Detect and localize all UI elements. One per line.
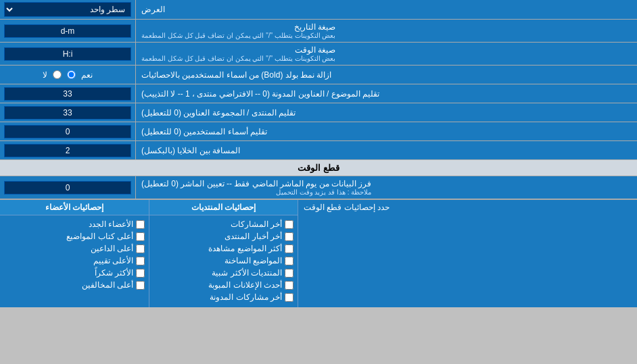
subject-trim-label: تقليم الموضوع / العناوين المدونة (0 -- ا… bbox=[135, 84, 637, 103]
checkbox-akhar-mosharakat[interactable] bbox=[285, 220, 293, 229]
checkbox-aala-daaeen[interactable] bbox=[136, 244, 145, 253]
cell-spacing-field[interactable] bbox=[4, 144, 131, 157]
subject-trim-field[interactable] bbox=[4, 87, 131, 101]
checkbox-mawadeeh-sakhena[interactable] bbox=[285, 257, 293, 265]
list-item: أكثر المواضيع مشاهدة bbox=[154, 242, 293, 255]
checkbox-aala-taqyeem[interactable] bbox=[136, 257, 145, 265]
cutoff-section-header: قطع الوقت bbox=[0, 160, 637, 176]
checkbox-ahdat-ilanat[interactable] bbox=[285, 281, 293, 290]
list-item: الأكثر شكراً bbox=[4, 267, 145, 279]
bold-radio-cell: نعم لا bbox=[0, 66, 135, 84]
subject-trim-input-cell bbox=[0, 84, 135, 103]
date-format-field[interactable] bbox=[4, 24, 131, 38]
checkbox-akhar-akhbar[interactable] bbox=[285, 232, 293, 241]
checkbox-akhar-mosharikat-mudawana[interactable] bbox=[285, 293, 293, 302]
checkbox-akthar-shukran[interactable] bbox=[136, 269, 145, 278]
checkbox-akthar-kutab[interactable] bbox=[136, 232, 145, 241]
forum-trim-input-cell bbox=[0, 103, 135, 122]
time-format-hint: بعض التكوينات يتطلب "/" التي يمكن ان تضا… bbox=[141, 55, 335, 62]
date-format-label: صيغة التاريخ بعض التكوينات يتطلب "/" الت… bbox=[135, 20, 637, 42]
username-trim-input-cell bbox=[0, 122, 135, 140]
list-item: أعلى الداعين bbox=[4, 242, 145, 255]
time-format-label: صيغة الوقت بعض التكوينات يتطلب "/" التي … bbox=[135, 43, 637, 65]
days-filter-label: فرز البيانات من يوم الماشر الماضي فقط --… bbox=[135, 176, 637, 199]
display-input[interactable]: سطر واحد سطرين bbox=[0, 0, 135, 19]
cell-spacing-label: المسافة بين الخلايا (بالبكسل) bbox=[135, 141, 637, 159]
checkbox-muntadiiyat-shabiya[interactable] bbox=[285, 269, 293, 278]
checkbox-akthar-moshahada[interactable] bbox=[285, 244, 293, 253]
bold-yes-label: نعم bbox=[81, 70, 93, 80]
forum-trim-label: تقليم المنتدى / المجموعة العناوين (0 للت… bbox=[135, 103, 637, 122]
cell-spacing-input-cell bbox=[0, 141, 135, 159]
checkbox-aada-jodod[interactable] bbox=[136, 220, 145, 229]
forum-trim-field[interactable] bbox=[4, 106, 131, 120]
checkbox-aala-mukhalifeen[interactable] bbox=[136, 281, 145, 290]
time-format-title: صيغة الوقت bbox=[141, 45, 335, 55]
date-format-input-cell bbox=[0, 20, 135, 42]
stats-col1-items: أخر المشاركات أخر أخبار المنتدى أكثر الم… bbox=[149, 215, 298, 306]
bold-no-radio[interactable] bbox=[53, 70, 62, 79]
list-item: المنتديات الأكثر شبية bbox=[154, 267, 293, 279]
stats-section-label: حدد إحصائيات قطع الوقت bbox=[298, 200, 637, 307]
bold-label: ازالة نمط بولد (Bold) من اسماء المستخدمي… bbox=[135, 66, 637, 84]
stats-col2-header: إحصائيات الأعضاء bbox=[0, 200, 149, 215]
days-filter-field[interactable] bbox=[4, 181, 131, 194]
time-format-input-cell bbox=[0, 43, 135, 65]
list-item: أخر مشاركات المدونة bbox=[154, 291, 293, 303]
list-item: أخر المشاركات bbox=[154, 218, 293, 230]
date-format-title: صيغة التاريخ bbox=[141, 22, 335, 32]
list-item: الأعلى تقييم bbox=[4, 255, 145, 267]
list-item: أخر أخبار المنتدى bbox=[154, 230, 293, 242]
days-filter-title: فرز البيانات من يوم الماشر الماضي فقط --… bbox=[141, 179, 371, 188]
list-item: الأعضاء الجدد bbox=[4, 218, 145, 230]
time-format-field[interactable] bbox=[4, 47, 131, 61]
list-item: أحدث الإعلانات المبوبة bbox=[154, 279, 293, 291]
display-select[interactable]: سطر واحد سطرين bbox=[4, 2, 131, 17]
days-filter-note: ملاحظة : هذا قد يزيد وقت التحميل bbox=[141, 188, 371, 196]
days-filter-input-cell bbox=[0, 176, 135, 199]
list-item: أعلى المخالفين bbox=[4, 279, 145, 291]
date-format-hint: بعض التكوينات يتطلب "/" التي يمكن ان تضا… bbox=[141, 32, 335, 39]
stats-col1-header: إحصائيات المنتديات bbox=[149, 200, 298, 215]
list-item: أعلى كتاب المواضيع bbox=[4, 230, 145, 242]
username-trim-field[interactable] bbox=[4, 125, 131, 138]
display-label: line-display العرض bbox=[135, 0, 637, 19]
username-trim-label: تقليم أسماء المستخدمين (0 للتعطيل) bbox=[135, 122, 637, 140]
bold-yes-radio[interactable] bbox=[67, 70, 76, 79]
stats-col2-items: الأعضاء الجدد أعلى كتاب المواضيع أعلى ال… bbox=[0, 215, 149, 294]
list-item: المواضيع الساخنة bbox=[154, 255, 293, 267]
bold-no-label: لا bbox=[43, 70, 47, 80]
